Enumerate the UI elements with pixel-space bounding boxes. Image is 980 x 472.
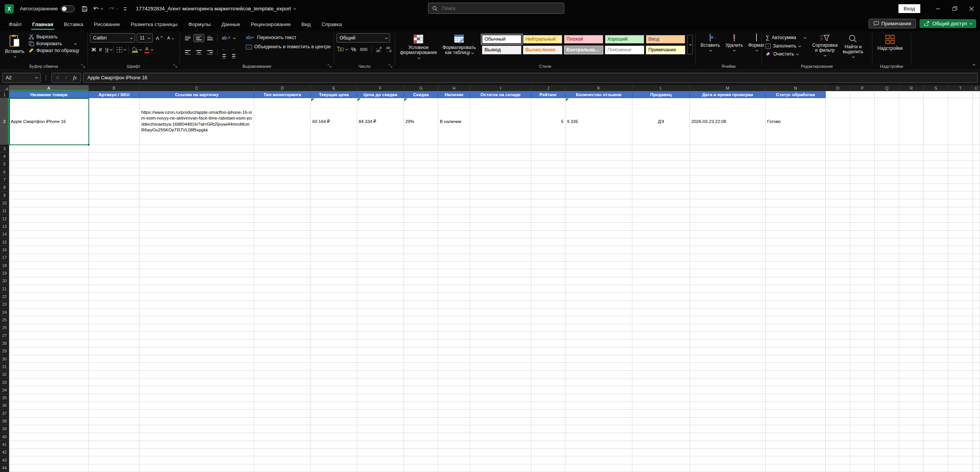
tab-Вставка[interactable]: Вставка <box>59 19 88 30</box>
row-header-17[interactable]: 17 <box>0 254 9 262</box>
row-header-28[interactable]: 28 <box>0 339 9 347</box>
column-header-B[interactable]: B <box>89 85 140 91</box>
cell-M1[interactable]: Дата и время проверки <box>690 91 766 98</box>
format-as-table-button[interactable]: Форматировать как таблицу <box>439 33 479 56</box>
row-header-31[interactable]: 31 <box>0 363 9 370</box>
worksheet[interactable]: AНазвание товараApple Смартфон iPhone 16… <box>0 85 980 472</box>
cell-H2[interactable]: В наличии <box>438 98 470 145</box>
cell-style-Вывод[interactable]: Вывод <box>482 46 521 54</box>
row-header-37[interactable]: 37 <box>0 410 9 417</box>
row-header-25[interactable]: 25 <box>0 316 9 324</box>
copy-button[interactable]: Копировать <box>29 41 79 46</box>
increase-font-icon[interactable]: A <box>154 34 164 42</box>
row-header-30[interactable]: 30 <box>0 355 9 363</box>
cell-P1[interactable] <box>850 91 875 98</box>
sign-in-button[interactable]: Вход <box>898 4 920 13</box>
cell-G2[interactable]: 29% <box>404 98 438 145</box>
fill-color-icon[interactable] <box>131 46 143 54</box>
tab-Формулы[interactable]: Формулы <box>183 19 216 30</box>
cell-J2[interactable]: 5 <box>531 98 565 145</box>
delete-cells-button[interactable]: × Удалить <box>723 33 746 52</box>
name-box[interactable]: A2 <box>2 73 41 83</box>
sort-filter-button[interactable]: АЯ Сортировка и фильтр <box>810 33 840 57</box>
cell-M2[interactable]: 2026-03-23 22:08 <box>690 98 766 145</box>
row-header-26[interactable]: 26 <box>0 324 9 332</box>
column-header-O[interactable]: O <box>826 85 850 91</box>
minimize-button[interactable] <box>929 0 946 17</box>
row-header-15[interactable]: 15 <box>0 238 9 246</box>
row-header-22[interactable]: 22 <box>0 293 9 300</box>
align-bottom-icon[interactable] <box>204 34 216 42</box>
cell-style-Нейтральный[interactable]: Нейтральный <box>523 35 562 44</box>
row-header-16[interactable]: 16 <box>0 246 9 254</box>
column-header-Q[interactable]: Q <box>875 85 899 91</box>
cell-R2[interactable] <box>899 98 924 145</box>
cell-T2[interactable] <box>948 98 973 145</box>
font-size-select[interactable]: 11 <box>137 33 153 43</box>
column-header-F[interactable]: F <box>357 85 404 91</box>
decrease-font-icon[interactable]: A <box>166 34 175 41</box>
search-input[interactable] <box>441 5 560 11</box>
row-header-7[interactable]: 7 <box>0 176 9 184</box>
align-right-icon[interactable] <box>204 48 216 56</box>
cell-L2[interactable]: ДЭ <box>632 98 690 145</box>
cell-C2[interactable]: https://www.ozon.ru/product/apple-smartf… <box>140 98 254 145</box>
underline-button[interactable]: Ч <box>103 46 110 54</box>
restore-button[interactable] <box>946 0 963 17</box>
styles-gallery-more-button[interactable] <box>687 35 693 54</box>
align-center-icon[interactable] <box>193 48 204 56</box>
row-header-1[interactable]: 1 <box>0 91 9 98</box>
cell-G1[interactable]: Скидка <box>404 91 438 98</box>
cell-L1[interactable]: Продавец <box>632 91 690 98</box>
confirm-entry-icon[interactable]: ✓ <box>64 75 69 80</box>
cell-N1[interactable]: Статус обработки <box>766 91 826 98</box>
borders-icon[interactable] <box>115 46 127 54</box>
row-header-34[interactable]: 34 <box>0 386 9 394</box>
autosave-toggle[interactable] <box>61 5 75 12</box>
format-painter-button[interactable]: Формат по образцу <box>29 48 79 53</box>
addins-button[interactable]: Надстройки <box>875 33 905 52</box>
cell-F2[interactable]: 84 334 ₽ <box>357 98 404 145</box>
redo-button[interactable] <box>108 6 118 11</box>
row-header-11[interactable]: 11 <box>0 207 9 215</box>
cancel-entry-icon[interactable]: ✕ <box>56 75 60 80</box>
align-left-icon[interactable] <box>182 48 193 56</box>
row-header-12[interactable]: 12 <box>0 215 9 223</box>
cell-J1[interactable]: Рейтинг <box>531 91 565 98</box>
number-dialog-launcher[interactable] <box>389 64 393 68</box>
row-header-40[interactable]: 40 <box>0 433 9 441</box>
row-header-6[interactable]: 6 <box>0 168 9 176</box>
tab-Справка[interactable]: Справка <box>317 19 347 30</box>
column-header-J[interactable]: J <box>531 85 565 91</box>
cell-I2[interactable] <box>470 98 531 145</box>
tab-Разметка страницы[interactable]: Разметка страницы <box>126 19 182 30</box>
tab-Рисование[interactable]: Рисование <box>89 19 125 30</box>
font-family-select[interactable]: Calibri <box>90 33 135 43</box>
accounting-format-icon[interactable] <box>336 46 349 53</box>
cell-A2[interactable]: Apple Смартфон iPhone 16 <box>9 98 89 145</box>
row-header-10[interactable]: 10 <box>0 199 9 207</box>
row-header-36[interactable]: 36 <box>0 402 9 410</box>
wrap-text-button[interactable]: ab↵ Переносить текст <box>246 35 339 40</box>
tab-Файл[interactable]: Файл <box>4 19 26 30</box>
row-header-41[interactable]: 41 <box>0 441 9 448</box>
excel-app-icon[interactable]: X <box>5 4 14 13</box>
percent-style-icon[interactable]: % <box>350 45 358 54</box>
conditional-formatting-button[interactable]: Условное форматирование <box>397 33 439 61</box>
cell-E2[interactable]: 60 164 ₽ <box>311 98 357 145</box>
tab-Данные[interactable]: Данные <box>217 19 245 30</box>
column-header-N[interactable]: N <box>766 85 826 91</box>
column-header-K[interactable]: K <box>565 85 632 91</box>
number-format-select[interactable]: Общий <box>336 33 390 43</box>
cell-U2[interactable] <box>973 98 980 145</box>
column-header-S[interactable]: S <box>924 85 948 91</box>
clipboard-dialog-launcher[interactable] <box>81 64 85 68</box>
align-middle-icon[interactable] <box>193 34 204 42</box>
cell-E1[interactable]: Текущая цена <box>311 91 357 98</box>
cell-style-Примечание[interactable]: Примечание <box>646 46 685 54</box>
cell-U1[interactable] <box>973 91 980 98</box>
underline-dropdown[interactable] <box>110 48 113 51</box>
tab-Главная[interactable]: Главная <box>27 19 58 30</box>
row-header-35[interactable]: 35 <box>0 394 9 402</box>
row-header-42[interactable]: 42 <box>0 449 9 456</box>
